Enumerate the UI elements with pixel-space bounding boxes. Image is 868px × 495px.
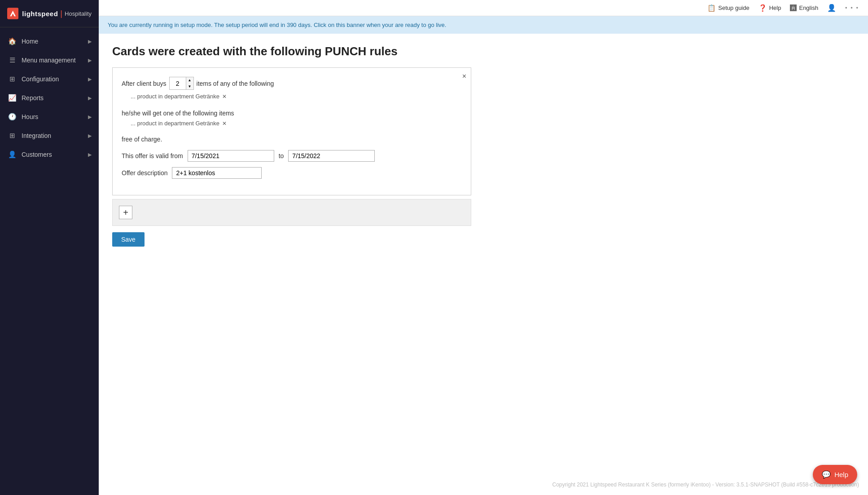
chevron-right-icon-integration: ▶	[88, 133, 92, 139]
product-tag-1: ... product in department Getränke ✕	[131, 93, 227, 100]
lightspeed-logo-icon	[7, 6, 18, 21]
reward-row: he/she will get one of the following ite…	[122, 110, 462, 117]
qty-increment-button[interactable]: ▲	[186, 77, 193, 84]
config-icon: ⊞	[7, 75, 17, 83]
setup-mode-banner[interactable]: You are currently running in setup mode.…	[99, 16, 868, 34]
valid-from-input[interactable]	[188, 150, 274, 162]
logo-product: Hospitality	[65, 10, 92, 17]
after-client-buys-label: After client buys	[122, 80, 167, 87]
product-tag-1-text: ... product in department Getränke	[131, 93, 219, 100]
product-tag-2-text: ... product in department Getränke	[131, 120, 219, 127]
reward-label: he/she will get one of the following ite…	[122, 110, 234, 117]
main-content: 📋 Setup guide ❓ Help 🅰 English 👤 • • • Y…	[99, 0, 868, 495]
sidebar-item-home[interactable]: 🏠 Home ▶	[0, 32, 99, 51]
qty-stepper[interactable]: ▲ ▼	[169, 77, 194, 90]
hours-icon: 🕐	[7, 113, 17, 121]
customers-icon: 👤	[7, 150, 17, 159]
offer-desc-row: Offer description	[122, 167, 462, 179]
chevron-right-icon-hours: ▶	[88, 114, 92, 120]
sidebar-item-label-menu: Menu management	[22, 57, 76, 64]
setup-guide-label: Setup guide	[718, 4, 749, 11]
items-label: items of any of the following	[197, 80, 274, 87]
sidebar-item-hours[interactable]: 🕐 Hours ▶	[0, 107, 99, 126]
after-client-buys-row: After client buys ▲ ▼ items of any of th…	[122, 77, 462, 90]
help-fab-label: Help	[834, 471, 848, 478]
free-charge-row: free of charge.	[122, 136, 462, 143]
sidebar-item-label-reports: Reports	[22, 94, 44, 102]
menu-icon: ☰	[7, 56, 17, 64]
help-icon: ❓	[758, 4, 767, 12]
footer-text: Copyright 2021 Lightspeed Restaurant K S…	[552, 482, 859, 488]
content-area: Cards were created with the following PU…	[99, 34, 868, 474]
offer-desc-input[interactable]	[172, 167, 262, 179]
help-fab-button[interactable]: 💬 Help	[813, 465, 857, 484]
free-charge-label: free of charge.	[122, 136, 162, 143]
valid-from-label: This offer is valid from	[122, 152, 183, 159]
account-dots-icon: • • •	[845, 4, 859, 11]
qty-arrows: ▲ ▼	[186, 77, 193, 89]
home-icon: 🏠	[7, 37, 17, 45]
help-link[interactable]: ❓ Help	[758, 4, 781, 12]
add-rule-button[interactable]: +	[119, 206, 132, 219]
remove-tag-1-button[interactable]: ✕	[222, 93, 227, 100]
chevron-right-icon-config: ▶	[88, 76, 92, 82]
offer-desc-label: Offer description	[122, 169, 167, 177]
punch-rules-card: × After client buys ▲ ▼ items of any of …	[112, 67, 471, 195]
close-button[interactable]: ×	[462, 72, 466, 80]
topbar: 📋 Setup guide ❓ Help 🅰 English 👤 • • •	[99, 0, 868, 16]
add-rule-area: +	[112, 199, 471, 226]
setup-guide-link[interactable]: 📋 Setup guide	[707, 4, 749, 12]
language-selector[interactable]: 🅰 English	[790, 4, 818, 12]
footer: Copyright 2021 Lightspeed Restaurant K S…	[99, 474, 868, 495]
logo[interactable]: lightspeed | Hospitality	[0, 0, 99, 27]
banner-text: You are currently running in setup mode.…	[108, 22, 446, 28]
sidebar-item-label-config: Configuration	[22, 75, 59, 83]
sidebar-item-label-integration: Integration	[22, 132, 51, 139]
integration-icon: ⊞	[7, 132, 17, 140]
help-fab-icon: 💬	[822, 470, 831, 479]
sidebar-item-configuration[interactable]: ⊞ Configuration ▶	[0, 70, 99, 88]
date-range-row: This offer is valid from to	[122, 150, 462, 162]
sidebar-item-customers[interactable]: 👤 Customers ▶	[0, 145, 99, 164]
remove-tag-2-button[interactable]: ✕	[222, 120, 227, 127]
account-selector[interactable]: • • •	[845, 4, 859, 11]
sidebar-item-label-home: Home	[22, 38, 38, 45]
chevron-right-icon-customers: ▶	[88, 152, 92, 158]
product-tag-2: ... product in department Getränke ✕	[131, 120, 227, 127]
chevron-right-icon-reports: ▶	[88, 95, 92, 101]
chevron-right-icon-menu: ▶	[88, 57, 92, 63]
reports-icon: 📈	[7, 94, 17, 102]
sidebar: lightspeed | Hospitality 🏠 Home ▶ ☰ Menu…	[0, 0, 99, 495]
help-label: Help	[769, 4, 781, 11]
valid-to-label: to	[279, 152, 284, 159]
chevron-right-icon: ▶	[88, 39, 92, 44]
user-menu[interactable]: 👤	[827, 4, 836, 12]
sidebar-item-integration[interactable]: ⊞ Integration ▶	[0, 126, 99, 145]
qty-input[interactable]	[170, 79, 186, 88]
sidebar-item-label-customers: Customers	[22, 151, 52, 158]
language-icon: 🅰	[790, 4, 797, 12]
sidebar-item-menu-management[interactable]: ☰ Menu management ▶	[0, 51, 99, 70]
sidebar-item-label-hours: Hours	[22, 113, 38, 120]
sidebar-item-reports[interactable]: 📈 Reports ▶	[0, 88, 99, 107]
qty-decrement-button[interactable]: ▼	[186, 84, 193, 90]
setup-guide-icon: 📋	[707, 4, 716, 12]
save-button[interactable]: Save	[112, 232, 145, 247]
logo-divider: |	[60, 9, 62, 18]
language-label: English	[799, 4, 818, 11]
user-icon: 👤	[827, 4, 836, 12]
valid-to-input[interactable]	[288, 150, 375, 162]
logo-brand: lightspeed	[22, 10, 58, 18]
sidebar-nav: 🏠 Home ▶ ☰ Menu management ▶ ⊞ Configura…	[0, 27, 99, 495]
page-title: Cards were created with the following PU…	[112, 44, 855, 58]
